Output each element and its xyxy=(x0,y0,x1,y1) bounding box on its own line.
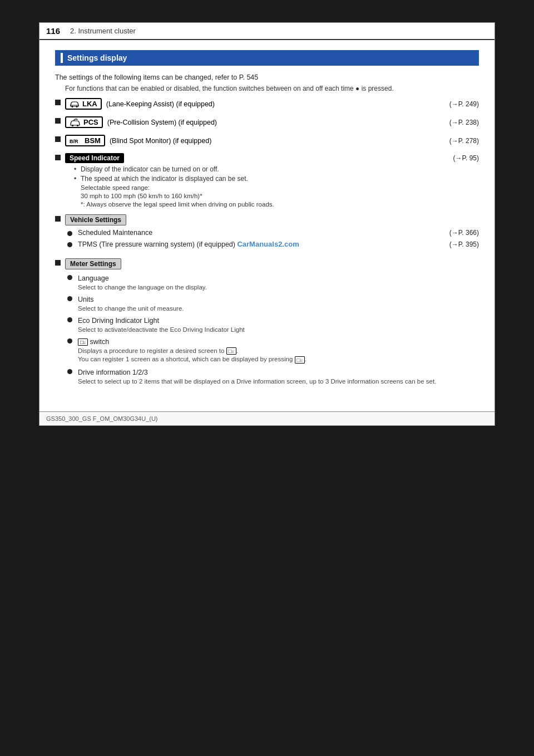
scheduled-ref: (→P. 366) xyxy=(449,229,479,237)
lka-badge-text: LKA xyxy=(82,100,97,108)
vehicle-bullet xyxy=(55,216,61,222)
lka-item: LKA (Lane-Keeping Assist) (if equipped) … xyxy=(55,98,479,110)
drive-desc: Select to select up to 2 items that will… xyxy=(78,378,479,385)
switch-inline-icon2: □ᵢᵢ xyxy=(295,356,305,364)
meter-settings-item: Meter Settings Language Select to change… xyxy=(55,258,479,388)
lka-label: (Lane-Keeping Assist) (if equipped) xyxy=(106,100,215,108)
page-footer: GS350_300_GS F_OM_OM30G34U_(U) xyxy=(39,411,495,425)
vehicle-settings-item: Vehicle Settings Scheduled Maintenance (… xyxy=(55,214,479,252)
units-label: Units xyxy=(78,296,93,303)
tpms-ref: (→P. 395) xyxy=(449,240,479,248)
switch-label: □ᵢᵢ switch xyxy=(78,338,109,346)
scheduled-maintenance-item: Scheduled Maintenance (→P. 366) xyxy=(67,229,479,237)
language-item: Language Select to change the language o… xyxy=(67,273,479,291)
tpms-circle xyxy=(67,242,72,247)
bsm-label: (Blind Spot Monitor) (if equipped) xyxy=(110,137,211,145)
bsm-bullet xyxy=(55,136,61,142)
speed-bullet xyxy=(55,155,61,160)
language-desc: Select to change the language on the dis… xyxy=(78,284,479,291)
switch-circle xyxy=(67,338,72,343)
vehicle-settings-badge: Vehicle Settings xyxy=(65,214,126,225)
svg-point-4 xyxy=(77,125,78,126)
speed-badge: Speed Indicator xyxy=(65,153,124,163)
speed-bullet-1: Display of the indicator can be turned o… xyxy=(74,165,479,173)
bsm-item: B/R BSM (Blind Spot Monitor) (if equippe… xyxy=(55,135,479,146)
page-header: 116 2. Instrument cluster xyxy=(39,23,495,40)
svg-point-3 xyxy=(72,125,73,126)
speed-note-1: Selectable speed range: xyxy=(81,184,479,191)
bsm-label-group: B/R BSM (Blind Spot Monitor) (if equippe… xyxy=(65,135,211,146)
switch-desc1: Displays a procedure to register a desir… xyxy=(78,347,479,355)
eco-driving-item: Eco Driving Indicator Light Select to ac… xyxy=(67,315,479,333)
lka-label-group: LKA (Lane-Keeping Assist) (if equipped) xyxy=(65,98,215,110)
switch-inline-icon1: □ᵢᵢ xyxy=(226,347,236,355)
switch-item: □ᵢᵢ switch Displays a procedure to regis… xyxy=(67,336,479,364)
tpms-label: TPMS (Tire pressure warning system) (if … xyxy=(78,240,299,248)
units-item: Units Select to change the unit of measu… xyxy=(67,294,479,312)
svg-point-0 xyxy=(72,106,73,107)
page-content: Settings display The settings of the fol… xyxy=(39,40,495,411)
pcs-bullet xyxy=(55,118,61,124)
pcs-ref: (→P. 238) xyxy=(449,119,479,126)
meter-bullet xyxy=(55,260,61,266)
bsm-badge-text: BSM xyxy=(85,136,101,145)
page-number: 116 xyxy=(46,26,60,36)
meter-settings-badge: Meter Settings xyxy=(65,258,121,269)
pcs-badge-text: PCS xyxy=(83,118,98,126)
pcs-badge: PCS xyxy=(65,116,103,128)
switch-icon: □ᵢᵢ xyxy=(78,338,88,346)
pcs-item: PCS (Pre-Collision System) (if equipped)… xyxy=(55,116,479,128)
speed-ref: (→P. 95) xyxy=(453,154,479,162)
units-desc: Select to change the unit of measure. xyxy=(78,305,479,312)
svg-text:B/R: B/R xyxy=(70,139,78,144)
eco-circle xyxy=(67,317,72,322)
pcs-icon xyxy=(70,119,81,126)
speed-note-3: *: Always observe the legal speed limit … xyxy=(81,201,479,208)
intro-sub: For functions that can be enabled or dis… xyxy=(65,85,479,92)
pcs-label: (Pre-Collision System) (if equipped) xyxy=(107,119,217,126)
lka-badge: LKA xyxy=(65,98,102,110)
drive-circle xyxy=(67,369,72,374)
scheduled-label: Scheduled Maintenance xyxy=(78,229,152,237)
language-label: Language xyxy=(78,274,109,282)
bsm-ref: (→P. 278) xyxy=(449,137,479,145)
intro-main: The settings of the following items can … xyxy=(55,73,479,81)
section-header: Settings display xyxy=(55,50,479,66)
lka-ref: (→P. 249) xyxy=(449,100,479,108)
pcs-label-group: PCS (Pre-Collision System) (if equipped) xyxy=(65,116,217,128)
speed-bullet-2: The speed at which the indicator is disp… xyxy=(74,175,479,183)
svg-point-1 xyxy=(76,106,78,107)
lka-car-icon xyxy=(70,100,80,108)
scheduled-circle xyxy=(67,231,72,236)
page-container: 116 2. Instrument cluster Settings displ… xyxy=(39,22,495,426)
eco-label: Eco Driving Indicator Light xyxy=(78,317,159,325)
section-title: Settings display xyxy=(67,53,127,62)
switch-desc2: You can register 1 screen as a shortcut,… xyxy=(78,356,479,363)
drive-info-item: Drive information 1/2/3 Select to select… xyxy=(67,367,479,385)
language-circle xyxy=(67,275,72,280)
bsm-icon: B/R xyxy=(70,137,82,145)
drive-label: Drive information 1/2/3 xyxy=(78,369,148,376)
footer-text: GS350_300_GS F_OM_OM30G34U_(U) xyxy=(46,415,158,422)
blue-bar-accent xyxy=(61,53,63,63)
units-circle xyxy=(67,296,72,301)
eco-desc: Select to activate/deactivate the Eco Dr… xyxy=(78,326,479,333)
speed-note-2: 30 mph to 100 mph (50 km/h to 160 km/h)* xyxy=(81,193,479,199)
lka-bullet xyxy=(55,100,61,105)
speed-bullets: Display of the indicator can be turned o… xyxy=(74,165,479,183)
speed-indicator-item: Speed Indicator (→P. 95) Display of the … xyxy=(55,153,479,208)
bsm-badge: B/R BSM xyxy=(65,135,105,146)
tpms-item: TPMS (Tire pressure warning system) (if … xyxy=(67,240,479,248)
chapter-title: 2. Instrument cluster xyxy=(70,27,136,35)
watermark: CarManuals2.com xyxy=(237,240,299,248)
